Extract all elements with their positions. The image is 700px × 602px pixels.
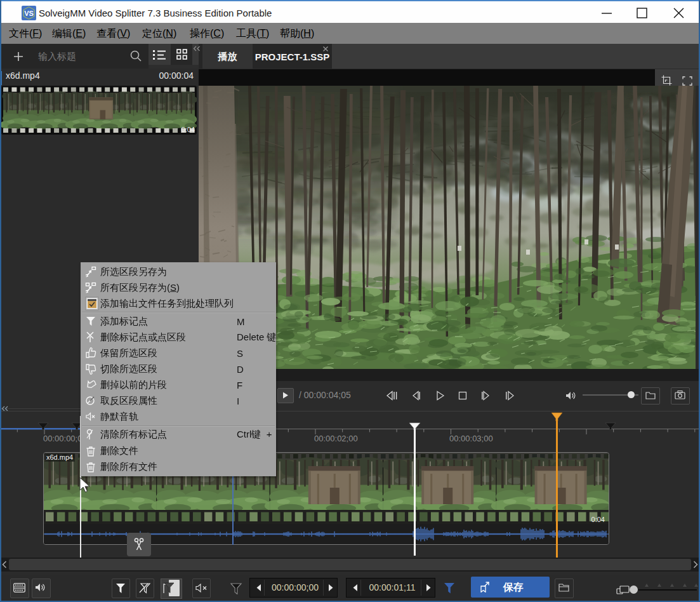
svg-text:00:00:03;00: 00:00:03;00 xyxy=(449,434,493,443)
svg-text:0:04: 0:04 xyxy=(591,516,605,523)
svg-text:VS: VS xyxy=(24,10,34,17)
svg-text:0:04: 0:04 xyxy=(182,126,195,133)
svg-text:00:00:02;00: 00:00:02;00 xyxy=(314,434,358,443)
